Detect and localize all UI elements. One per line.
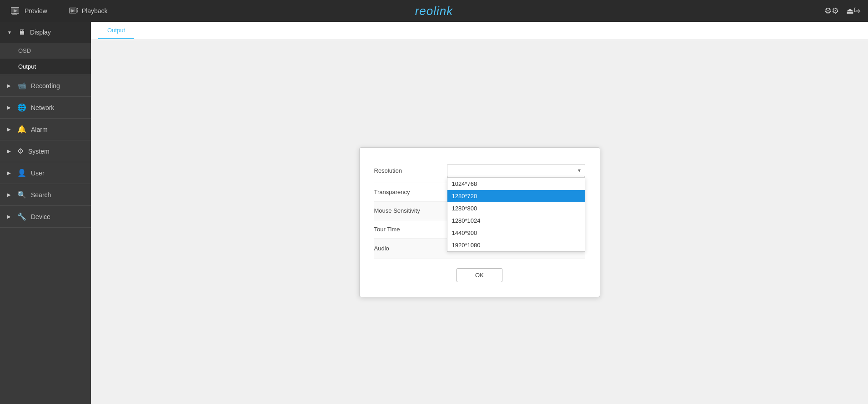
resolution-select-wrapper: 1280*720 bbox=[447, 164, 585, 177]
audio-label: Audio bbox=[374, 245, 447, 252]
reolink-logo: reolink bbox=[415, 4, 453, 18]
topbar-right: ⚙ ⏏ bbox=[824, 6, 861, 16]
settings-icon[interactable]: ⚙ bbox=[824, 6, 839, 16]
sidebar-system-label: System bbox=[28, 148, 50, 155]
sidebar-section-user: ▶ 👤 User bbox=[0, 162, 91, 184]
sidebar-item-display[interactable]: ▼ 🖥 Display bbox=[0, 22, 91, 43]
recording-arrow: ▶ bbox=[7, 83, 11, 88]
sidebar-section-alarm: ▶ 🔔 Alarm bbox=[0, 119, 91, 140]
svg-rect-8 bbox=[77, 10, 78, 10]
sidebar-item-network[interactable]: ▶ 🌐 Network bbox=[0, 97, 91, 118]
preview-label: Preview bbox=[25, 7, 47, 15]
mouse-sensitivity-label: Mouse Sensitivity bbox=[374, 207, 447, 214]
resolution-dropdown: 1024*768 1280*720 1280*800 1280*1024 bbox=[447, 177, 585, 252]
alarm-icon: 🔔 bbox=[17, 125, 26, 134]
sidebar-item-device[interactable]: ▶ 🔧 Device bbox=[0, 206, 91, 227]
sidebar-alarm-label: Alarm bbox=[31, 126, 48, 133]
resolution-label: Resolution bbox=[374, 167, 447, 174]
display-icon: 🖥 bbox=[18, 28, 25, 36]
device-icon: 🔧 bbox=[17, 212, 26, 221]
ok-button[interactable]: OK bbox=[457, 268, 502, 282]
content-area: Resolution 1280*720 1024*768 1280*720 bbox=[91, 40, 868, 404]
user-arrow: ▶ bbox=[7, 170, 11, 175]
sidebar-section-device: ▶ 🔧 Device bbox=[0, 206, 91, 228]
sidebar-item-user[interactable]: ▶ 👤 User bbox=[0, 162, 91, 184]
tab-output[interactable]: Output bbox=[98, 22, 134, 39]
sidebar-item-system[interactable]: ▶ ⚙ System bbox=[0, 140, 91, 162]
system-arrow: ▶ bbox=[7, 149, 11, 154]
option-1920x1080[interactable]: 1920*1080 bbox=[447, 239, 585, 251]
sidebar-sub-osd[interactable]: OSD bbox=[0, 43, 91, 59]
resolution-control: 1280*720 1024*768 1280*720 1280*800 bbox=[447, 164, 585, 177]
dialog-footer: OK bbox=[374, 268, 585, 282]
sidebar-section-recording: ▶ 📹 Recording bbox=[0, 75, 91, 97]
system-icon: ⚙ bbox=[17, 147, 24, 155]
option-1024x768[interactable]: 1024*768 bbox=[447, 178, 585, 190]
recording-icon: 📹 bbox=[17, 81, 26, 90]
option-1280x720[interactable]: 1280*720 bbox=[447, 190, 585, 202]
resolution-input[interactable]: 1280*720 bbox=[447, 164, 585, 177]
topbar-nav: Preview Playback bbox=[7, 7, 111, 15]
sidebar: ▼ 🖥 Display OSD Output ▶ 📹 Recording ▶ bbox=[0, 22, 91, 404]
option-1440x900[interactable]: 1440*900 bbox=[447, 227, 585, 239]
search-arrow: ▶ bbox=[7, 192, 11, 197]
sidebar-item-recording[interactable]: ▶ 📹 Recording bbox=[0, 75, 91, 96]
svg-rect-9 bbox=[77, 11, 78, 12]
sidebar-search-label: Search bbox=[31, 191, 51, 199]
alarm-arrow: ▶ bbox=[7, 127, 11, 132]
sidebar-item-search[interactable]: ▶ 🔍 Search bbox=[0, 184, 91, 205]
sidebar-section-system: ▶ ⚙ System bbox=[0, 140, 91, 162]
sidebar-section-search: ▶ 🔍 Search bbox=[0, 184, 91, 206]
svg-rect-7 bbox=[77, 8, 78, 9]
network-icon: 🌐 bbox=[17, 103, 26, 112]
tab-bar: Output bbox=[91, 22, 868, 40]
option-1280x800[interactable]: 1280*800 bbox=[447, 202, 585, 214]
sidebar-recording-label: Recording bbox=[31, 82, 60, 90]
logout-icon[interactable]: ⏏ bbox=[846, 6, 861, 16]
option-1280x1024[interactable]: 1280*1024 bbox=[447, 214, 585, 227]
topbar: Preview Playback reolink ⚙ ⏏ bbox=[0, 0, 868, 22]
device-arrow: ▶ bbox=[7, 214, 11, 219]
sidebar-section-display: ▼ 🖥 Display OSD Output bbox=[0, 22, 91, 75]
main-layout: ▼ 🖥 Display OSD Output ▶ 📹 Recording ▶ bbox=[0, 22, 868, 404]
svg-rect-2 bbox=[12, 14, 17, 15]
sidebar-display-label: Display bbox=[30, 29, 51, 36]
sidebar-section-network: ▶ 🌐 Network bbox=[0, 97, 91, 119]
output-dialog: Resolution 1280*720 1024*768 1280*720 bbox=[359, 147, 600, 297]
sidebar-user-label: User bbox=[31, 170, 45, 177]
sidebar-network-label: Network bbox=[31, 104, 54, 111]
transparency-label: Transparency bbox=[374, 189, 447, 195]
preview-nav[interactable]: Preview bbox=[7, 7, 51, 15]
sidebar-item-alarm[interactable]: ▶ 🔔 Alarm bbox=[0, 119, 91, 140]
playback-label: Playback bbox=[82, 7, 108, 15]
playback-icon bbox=[69, 7, 78, 15]
preview-icon bbox=[11, 7, 21, 15]
display-arrow: ▼ bbox=[7, 30, 12, 35]
network-arrow: ▶ bbox=[7, 105, 11, 110]
resolution-row: Resolution 1280*720 1024*768 1280*720 bbox=[374, 159, 585, 183]
sidebar-device-label: Device bbox=[31, 213, 50, 220]
tour-time-label: Tour Time bbox=[374, 226, 447, 233]
main-area: Output Resolution 1280*720 1024* bbox=[91, 22, 868, 404]
search-icon: 🔍 bbox=[17, 190, 26, 199]
sidebar-sub-output[interactable]: Output bbox=[0, 59, 91, 75]
user-icon: 👤 bbox=[17, 169, 26, 177]
playback-nav[interactable]: Playback bbox=[65, 7, 111, 15]
